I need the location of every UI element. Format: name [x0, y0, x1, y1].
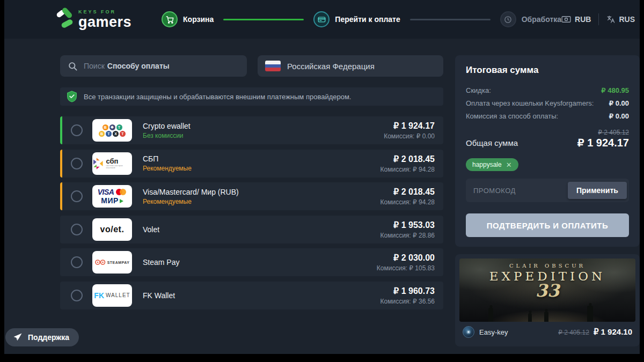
payment-price: ₽ 2 018.45	[380, 187, 435, 197]
shield-check-icon	[67, 91, 77, 102]
translate-icon	[606, 15, 615, 24]
figure-silhouette	[544, 312, 548, 322]
payment-fee: Комиссия: ₽ 0.00	[384, 132, 435, 140]
payment-price: ₽ 1 924.17	[384, 121, 435, 131]
figure-silhouette	[587, 306, 593, 322]
header: KEYS FOR gamers Корзина Перейти к оплате	[4, 0, 640, 39]
payment-name: Visa/Mastercard/ Мир (RUB)	[143, 188, 239, 196]
step-progress-line-1	[223, 19, 304, 20]
checkout-page: KEYS FOR gamers Корзина Перейти к оплате	[4, 0, 640, 354]
apply-promo-button[interactable]: Применить	[568, 182, 627, 199]
summary-row-label: Оплата через кошельки Keysforgamers:	[466, 99, 594, 107]
step-payment-label: Перейти к оплате	[335, 15, 400, 24]
payment-method-list: B◆TBTXT Crypto ewallet Без комиссии ₽ 1 …	[60, 116, 443, 309]
total-row: Общая сумма ₽ 2 405.12 ₽ 1 924.17	[466, 129, 629, 149]
search-placeholder-bold: Способу оплаты	[107, 62, 170, 70]
summary-row-label: Комиссия за способ оплаты:	[466, 112, 558, 120]
steam-pay-logo: STEAMPAY	[92, 251, 132, 274]
currency-selector[interactable]: RUB	[561, 15, 591, 24]
order-summary-panel: Итоговая сумма Скидка:₽ 480.95Оплата чер…	[455, 55, 640, 247]
payment-method-row[interactable]: vo/et. Volet ₽ 1 953.03 Комиссия: ₽ 28.8…	[60, 216, 443, 243]
promo-code-input[interactable]	[473, 187, 568, 195]
payment-fee: Комиссия: ₽ 36.56	[380, 298, 435, 305]
card-icon	[313, 11, 330, 27]
summary-title: Итоговая сумма	[466, 65, 629, 76]
payment-fee: Комиссия: ₽ 105.83	[377, 264, 435, 272]
search-placeholder-prefix: Поиск	[84, 62, 105, 70]
support-label: Поддержка	[28, 333, 69, 342]
payment-fee: Комиссия: ₽ 28.86	[380, 232, 435, 239]
payment-method-row[interactable]: B◆TBTXT Crypto ewallet Без комиссии ₽ 1 …	[60, 116, 443, 144]
applied-promo-tag: happysale ✕	[466, 158, 518, 171]
product-price: ₽ 1 924.10	[594, 327, 632, 337]
product-footer: Easy-key ₽ 2 405.12 ₽ 1 924.10	[459, 322, 635, 342]
product-title-line1: CLAIR OBSCUR	[459, 263, 635, 269]
crypto-ewallet-logo: B◆TBTXT	[92, 119, 132, 142]
security-notice: Все транзакции защищены и обрабатываются…	[60, 87, 443, 106]
cart-icon	[162, 11, 178, 27]
payment-name: Crypto ewallet	[143, 122, 191, 130]
payment-name: FK Wallet	[143, 291, 175, 300]
paper-plane-icon	[13, 333, 23, 342]
step-progress-line-2	[410, 19, 491, 20]
confirm-pay-button[interactable]: ПОДТВЕРДИТЬ И ОПЛАТИТЬ	[466, 213, 629, 237]
promo-code-box: Применить	[466, 179, 629, 202]
payment-name: Steam Pay	[143, 258, 179, 267]
total-old-price: ₽ 2 405.12	[577, 129, 629, 136]
payment-radio[interactable]	[71, 158, 83, 169]
payment-name: Volet	[143, 225, 159, 234]
payment-fee: Комиссия: ₽ 94.28	[380, 198, 435, 206]
payment-fee: Комиссия: ₽ 94.28	[380, 166, 435, 173]
payment-radio[interactable]	[71, 190, 83, 202]
steam-icon	[463, 326, 474, 338]
payment-method-row[interactable]: сбпсистема быстрых платежей СБП Рекоменд…	[60, 150, 443, 178]
logo-main-text: gamers	[78, 15, 131, 29]
summary-row: Скидка:₽ 480.95	[466, 86, 629, 94]
payment-note: Рекомендуемые	[143, 165, 192, 172]
summary-row-value: ₽ 0.00	[609, 99, 629, 107]
payment-method-row[interactable]: STEAMPAY Steam Pay ₽ 2 030.00 Комиссия: …	[60, 248, 443, 276]
site-logo[interactable]: KEYS FOR gamers	[56, 10, 131, 29]
fk-wallet-logo: FKWALLET	[92, 284, 132, 307]
total-label: Общая сумма	[466, 138, 518, 147]
product-artwork: CLAIR OBSCUR EXPEDITION 33	[459, 258, 635, 322]
payment-method-row[interactable]: VISAМИР Visa/Mastercard/ Мир (RUB) Реком…	[60, 182, 443, 210]
payment-method-row[interactable]: FKWALLET FK Wallet ₽ 1 960.73 Комиссия: …	[60, 282, 443, 309]
country-selector[interactable]: Российская Федерация	[258, 55, 443, 77]
payment-radio[interactable]	[71, 290, 83, 301]
search-icon	[68, 61, 78, 71]
step-processing: Обработка	[500, 11, 561, 27]
step-cart[interactable]: Корзина	[162, 11, 214, 27]
clock-icon	[500, 11, 516, 27]
payment-note: Рекомендуемые	[143, 198, 239, 205]
payment-price: ₽ 2 018.45	[380, 154, 435, 164]
remove-promo-icon[interactable]: ✕	[506, 161, 512, 168]
product-title-line3: 33	[459, 283, 635, 299]
payment-radio[interactable]	[71, 224, 83, 235]
payment-search-input[interactable]: Поиск Способу оплаты	[60, 55, 247, 77]
summary-row: Оплата через кошельки Keysforgamers:₽ 0.…	[466, 99, 629, 107]
product-card: CLAIR OBSCUR EXPEDITION 33 Easy-key ₽ 2 …	[455, 254, 640, 346]
visa-mastercard-mir-logo: VISAМИР	[92, 185, 132, 208]
payment-radio[interactable]	[71, 256, 83, 268]
logo-k-icon	[56, 10, 74, 28]
total-new-price: ₽ 1 924.17	[577, 136, 629, 149]
notice-text: Все транзакции защищены и обрабатываются…	[84, 93, 351, 101]
support-button[interactable]: Поддержка	[5, 328, 79, 346]
banknote-icon	[561, 16, 571, 23]
payment-price: ₽ 1 960.73	[380, 286, 435, 296]
header-right: RUB RUS	[561, 13, 635, 25]
product-old-price: ₽ 2 405.12	[558, 329, 589, 336]
step-cart-label: Корзина	[183, 15, 214, 24]
step-payment[interactable]: Перейти к оплате	[313, 11, 400, 27]
checkout-steps: Корзина Перейти к оплате Обработка	[162, 11, 561, 27]
key-type-label: Easy-key	[479, 328, 508, 336]
payment-radio[interactable]	[71, 124, 83, 136]
volet-logo: vo/et.	[92, 218, 132, 241]
main-content: Поиск Способу оплаты Российская Федераци…	[4, 39, 640, 354]
country-label: Российская Федерация	[287, 62, 375, 71]
step-processing-label: Обработка	[522, 15, 561, 24]
language-selector[interactable]: RUS	[606, 15, 635, 24]
language-label: RUS	[619, 15, 635, 24]
promo-tag-label: happysale	[472, 161, 502, 168]
